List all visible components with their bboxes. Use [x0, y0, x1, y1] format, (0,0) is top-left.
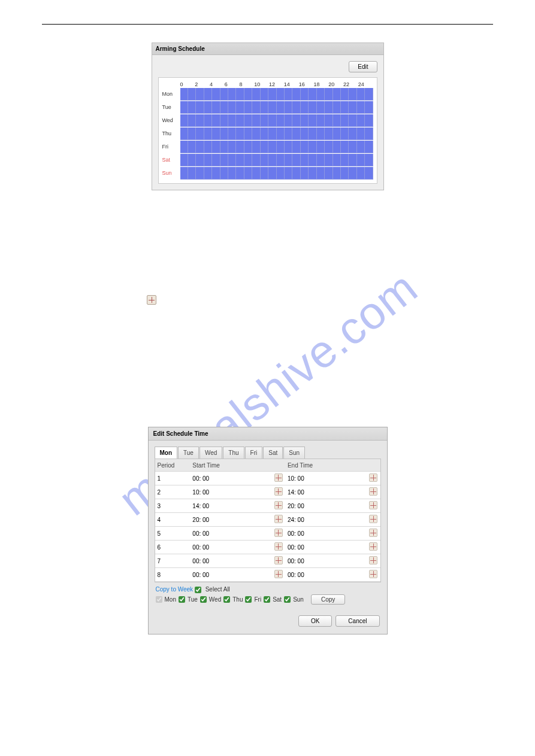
- clock-icon[interactable]: [274, 542, 283, 551]
- schedule-day-row[interactable]: Fri: [162, 140, 373, 153]
- clock-icon[interactable]: [274, 515, 283, 523]
- period-cell: 7: [155, 554, 191, 568]
- copy-day-checkbox-sat[interactable]: [264, 596, 270, 603]
- table-row: 800: 0000: 00: [155, 568, 380, 582]
- tab-fri[interactable]: Fri: [245, 447, 263, 459]
- start-time-cell[interactable]: 00: 00: [190, 554, 272, 568]
- edit-schedule-title: Edit Schedule Time: [149, 427, 387, 441]
- schedule-table: Period Start Time End Time 100: 0010: 00…: [155, 459, 380, 582]
- arming-schedule-panel: Arming Schedule Edit 0246810121416182022…: [152, 42, 384, 190]
- tab-sun[interactable]: Sun: [283, 447, 305, 459]
- start-time-cell[interactable]: 00: 00: [190, 472, 272, 485]
- hour-tick: 14: [284, 81, 299, 87]
- copy-day-checkbox-fri[interactable]: [245, 596, 252, 603]
- schedule-day-row[interactable]: Wed: [162, 114, 373, 127]
- clock-icon[interactable]: [369, 501, 377, 509]
- hour-tick: 20: [328, 81, 343, 87]
- select-all-checkbox[interactable]: [195, 587, 201, 593]
- copy-button[interactable]: Copy: [311, 594, 345, 605]
- table-row: 210: 0014: 00: [155, 485, 380, 499]
- schedule-day-row[interactable]: Tue: [162, 101, 373, 114]
- copy-day-checkbox-thu[interactable]: [223, 596, 230, 603]
- clock-icon[interactable]: [274, 556, 283, 564]
- day-bar[interactable]: [180, 88, 373, 101]
- hour-tick: 2: [195, 81, 210, 87]
- copy-day-checkbox-sun[interactable]: [284, 596, 291, 603]
- hour-tick: 16: [299, 81, 314, 87]
- clock-icon[interactable]: [274, 487, 283, 496]
- tab-wed[interactable]: Wed: [200, 447, 222, 459]
- clock-icon[interactable]: [274, 501, 283, 509]
- copy-day-label: Wed: [209, 596, 221, 603]
- start-time-cell[interactable]: 14: 00: [190, 499, 272, 513]
- select-all-label: Select All: [205, 586, 230, 593]
- period-cell: 4: [155, 513, 191, 527]
- end-time-cell[interactable]: 20: 00: [285, 499, 367, 513]
- end-time-cell[interactable]: 00: 00: [285, 568, 367, 582]
- copy-day-label: Sun: [293, 596, 304, 603]
- end-time-cell[interactable]: 14: 00: [285, 485, 367, 499]
- period-cell: 3: [155, 499, 191, 513]
- start-time-cell[interactable]: 00: 00: [190, 568, 272, 582]
- hour-tick: 24: [358, 81, 373, 87]
- hour-tick: 22: [343, 81, 358, 87]
- day-label: Sun: [162, 170, 180, 176]
- schedule-day-row[interactable]: Sat: [162, 153, 373, 166]
- clock-icon[interactable]: [369, 556, 377, 564]
- start-time-cell[interactable]: 10: 00: [190, 485, 272, 499]
- clock-icon[interactable]: [369, 473, 377, 482]
- tab-mon[interactable]: Mon: [155, 447, 178, 459]
- clock-icon[interactable]: [369, 487, 377, 496]
- copy-day-checkbox-tue[interactable]: [179, 596, 185, 603]
- end-time-cell[interactable]: 00: 00: [285, 554, 367, 568]
- clock-icon: [147, 295, 156, 305]
- schedule-day-row[interactable]: Mon: [162, 87, 373, 101]
- period-cell: 5: [155, 527, 191, 541]
- day-bar[interactable]: [180, 167, 373, 180]
- table-row: 700: 0000: 00: [155, 554, 380, 568]
- day-bar[interactable]: [180, 141, 373, 153]
- schedule-day-row[interactable]: Sun: [162, 166, 373, 180]
- period-cell: 1: [155, 472, 191, 485]
- day-bar[interactable]: [180, 154, 373, 166]
- copy-day-label: Thu: [232, 596, 243, 603]
- day-bar[interactable]: [180, 101, 373, 114]
- table-row: 100: 0010: 00: [155, 472, 380, 485]
- hour-tick: 6: [225, 81, 240, 87]
- tab-sat[interactable]: Sat: [263, 447, 283, 459]
- start-time-cell[interactable]: 00: 00: [190, 541, 272, 554]
- end-time-cell[interactable]: 24: 00: [285, 513, 367, 527]
- copy-day-checkbox-wed[interactable]: [200, 596, 207, 603]
- col-period: Period: [155, 459, 191, 472]
- clock-icon[interactable]: [274, 529, 283, 537]
- tab-thu[interactable]: Thu: [223, 447, 244, 459]
- tab-tue[interactable]: Tue: [178, 447, 199, 459]
- end-time-cell[interactable]: 00: 00: [285, 541, 367, 554]
- clock-icon[interactable]: [369, 529, 377, 537]
- schedule-day-row[interactable]: Thu: [162, 127, 373, 140]
- clock-icon[interactable]: [274, 473, 283, 482]
- table-row: 420: 0024: 00: [155, 513, 380, 527]
- cancel-button[interactable]: Cancel: [335, 615, 379, 627]
- clock-icon[interactable]: [369, 515, 377, 523]
- clock-icon[interactable]: [369, 570, 377, 578]
- start-time-cell[interactable]: 00: 00: [190, 527, 272, 541]
- edit-button[interactable]: Edit: [349, 61, 377, 72]
- day-label: Fri: [162, 144, 180, 150]
- col-end: End Time: [285, 459, 367, 472]
- clock-icon[interactable]: [274, 570, 283, 578]
- day-label: Wed: [162, 117, 180, 123]
- ok-button[interactable]: OK: [298, 615, 332, 627]
- day-bar[interactable]: [180, 127, 373, 140]
- end-time-cell[interactable]: 00: 00: [285, 527, 367, 541]
- period-cell: 6: [155, 541, 191, 554]
- hour-tick: 18: [313, 81, 328, 87]
- clock-icon[interactable]: [369, 542, 377, 551]
- day-bar[interactable]: [180, 114, 373, 127]
- start-time-cell[interactable]: 20: 00: [190, 513, 272, 527]
- hour-tick: 8: [240, 81, 255, 87]
- copy-day-label: Sat: [273, 596, 282, 603]
- schedule-chart: 024681012141618202224 MonTueWedThuFriSat…: [158, 77, 377, 184]
- end-time-cell[interactable]: 10: 00: [285, 472, 367, 485]
- period-cell: 8: [155, 568, 191, 582]
